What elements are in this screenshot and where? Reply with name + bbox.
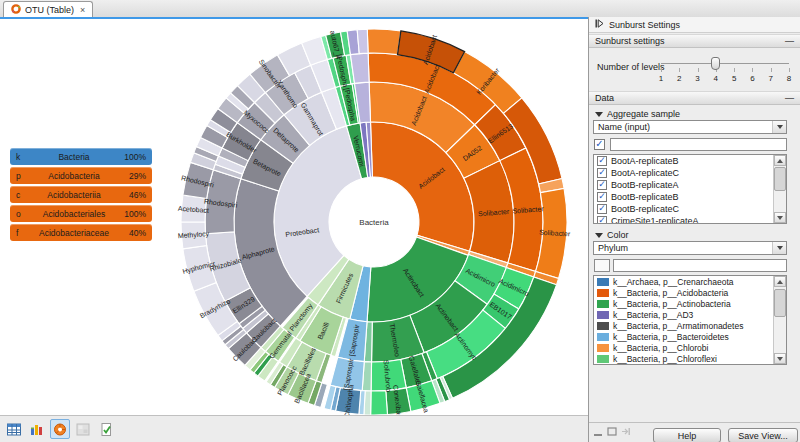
bar-chart-view-icon[interactable] (27, 419, 47, 439)
color-swatch[interactable] (597, 311, 609, 319)
color-legend-item[interactable]: k__Archaea, p__Crenarchaeota (594, 276, 786, 287)
color-swatch[interactable] (597, 300, 609, 308)
color-list-scrollbar[interactable] (773, 276, 786, 364)
sunburst-view-icon[interactable] (50, 419, 70, 439)
color-legend-item[interactable]: k__Bacteria, p__Chloroflexi (594, 353, 786, 364)
taxon-name: Acidobacteriia (32, 190, 116, 200)
sunburst-segment[interactable] (367, 29, 401, 55)
sample-list-item[interactable]: ✓ BootB-replicateB (594, 191, 786, 203)
dock-icon[interactable] (621, 427, 631, 438)
slider-tick-label: 1 (656, 74, 666, 83)
color-swatch[interactable] (597, 278, 609, 286)
slider-tick (679, 68, 680, 72)
color-legend-item[interactable]: k__Bacteria, p__Chlorobi (594, 342, 786, 353)
rank-letter: c (10, 190, 32, 200)
sunburst-segment[interactable] (357, 29, 368, 54)
levels-slider-track[interactable] (661, 63, 789, 64)
minimize-icon[interactable] (594, 430, 603, 440)
float-icon[interactable] (607, 427, 617, 438)
side-panel-header[interactable]: Sunburst Settings (589, 17, 800, 33)
pin-panel-icon[interactable] (595, 19, 604, 30)
taxon-name: Bacteria (32, 152, 116, 162)
color-by-combobox[interactable]: Phylum (593, 241, 787, 255)
color-legend-item[interactable]: k__Bacteria, p__AD3 (594, 309, 786, 320)
breadcrumb-row: f Acidobacteriaceae 40% (10, 224, 152, 241)
report-view-icon[interactable] (96, 419, 116, 439)
sample-list-item[interactable]: ✓ BootB-replicateA (594, 179, 786, 191)
rank-letter: k (10, 152, 32, 162)
sample-label: BootA-replicateB (611, 156, 679, 166)
combobox-arrow-icon[interactable] (772, 242, 786, 254)
sample-list-scrollbar[interactable] (773, 155, 786, 223)
color-label: k__Bacteria, p__AD3 (613, 310, 693, 320)
color-filter-input[interactable] (613, 259, 787, 272)
color-label: k__Bacteria, p__Actinobacteria (613, 299, 731, 309)
color-section[interactable]: Color (595, 230, 629, 240)
save-view-button-label: Save View... (738, 431, 787, 441)
color-swatch-button[interactable] (594, 259, 610, 272)
combobox-arrow-icon[interactable] (772, 121, 786, 133)
sunburst-segment[interactable] (371, 391, 388, 415)
collapse-group-icon[interactable]: — (785, 93, 794, 103)
sample-list-item[interactable]: ✓ BootA-replicateC (594, 167, 786, 179)
table-view-icon[interactable] (4, 419, 24, 439)
color-legend-item[interactable]: k__Bacteria, p__Armatimonadetes (594, 320, 786, 331)
heat-map-view-icon[interactable] (73, 419, 93, 439)
sample-checkbox[interactable]: ✓ (597, 192, 607, 202)
sunburst-view: AcidobactActinobactFirmicutesProteobactV… (0, 19, 588, 415)
sample-list-item[interactable]: ✓ CrimeSite1-replicateA (594, 215, 786, 224)
group-header-sunburst-settings[interactable]: Sunburst settings — (589, 34, 800, 48)
color-swatch[interactable] (597, 322, 609, 330)
sample-label: BootB-replicateB (611, 192, 679, 202)
scrollbar-thumb[interactable] (774, 167, 786, 191)
color-label: k__Bacteria, p__Acidobacteria (613, 288, 728, 298)
color-label: k__Bacteria, p__Bacteroidetes (613, 332, 729, 342)
tab-close-icon[interactable]: × (80, 5, 85, 15)
color-legend-item[interactable]: k__Bacteria, p__Actinobacteria (594, 298, 786, 309)
scrollbar-thumb[interactable] (774, 289, 786, 317)
color-swatch[interactable] (597, 355, 609, 363)
color-swatch[interactable] (597, 289, 609, 297)
color-label: k__Bacteria, p__Chloroflexi (613, 354, 717, 364)
tab-otu-table[interactable]: OTU (Table) × (3, 1, 93, 18)
select-all-samples-checkbox[interactable]: ✓ (594, 139, 605, 150)
color-legend-item[interactable]: k__Bacteria, p__Acidobacteria (594, 287, 786, 298)
levels-slider-thumb[interactable] (711, 57, 720, 70)
scroll-up-icon[interactable] (774, 155, 786, 166)
slider-tick (771, 68, 772, 72)
scroll-down-icon[interactable] (774, 212, 786, 223)
color-legend-list[interactable]: k__Archaea, p__Crenarchaeota k__Bacteria… (593, 275, 787, 365)
aggregate-sample-combobox[interactable]: Name (input) (593, 120, 787, 134)
breadcrumb-row: p Acidobacteria 29% (10, 167, 152, 184)
sample-checkbox[interactable]: ✓ (597, 204, 607, 214)
sample-checkbox[interactable]: ✓ (597, 216, 607, 224)
scroll-down-icon[interactable] (774, 353, 786, 364)
color-legend-item[interactable]: k__Bacteria, p__Bacteroidetes (594, 331, 786, 342)
slider-tick-label: 2 (674, 74, 684, 83)
color-swatch[interactable] (597, 344, 609, 352)
sample-filter-input[interactable] (610, 138, 787, 151)
color-swatch[interactable] (597, 333, 609, 341)
sample-checkbox[interactable]: ✓ (597, 180, 607, 190)
collapse-group-icon[interactable]: — (785, 36, 794, 46)
combobox-value: Name (input) (594, 122, 772, 132)
sample-list-item[interactable]: ✓ BootA-replicateB (594, 155, 786, 167)
slider-tick (752, 68, 753, 72)
sample-checkbox[interactable]: ✓ (597, 168, 607, 178)
sample-label: BootA-replicateC (611, 168, 679, 178)
save-view-button[interactable]: Save View... (728, 428, 798, 442)
sample-list-item[interactable]: ✓ BootB-replicateC (594, 203, 786, 215)
slider-tick (734, 68, 735, 72)
help-button[interactable]: Help (653, 428, 721, 442)
aggregate-sample-section[interactable]: Aggregate sample (595, 109, 680, 119)
scroll-up-icon[interactable] (774, 276, 786, 287)
taxon-name: Acidobacteriaceae (32, 228, 116, 238)
sample-list[interactable]: ✓ BootA-replicateB✓ BootA-replicateC✓ Bo… (593, 154, 787, 224)
sample-checkbox[interactable]: ✓ (597, 156, 607, 166)
taxon-percent: 100% (116, 152, 152, 162)
application-window: OTU (Table) × AcidobactActinobactFirmicu… (0, 0, 800, 442)
breadcrumb-row: c Acidobacteriia 46% (10, 186, 152, 203)
color-section-label: Color (607, 230, 629, 240)
group-header-data[interactable]: Data — (589, 91, 800, 105)
slider-tick-label: 4 (711, 74, 721, 83)
